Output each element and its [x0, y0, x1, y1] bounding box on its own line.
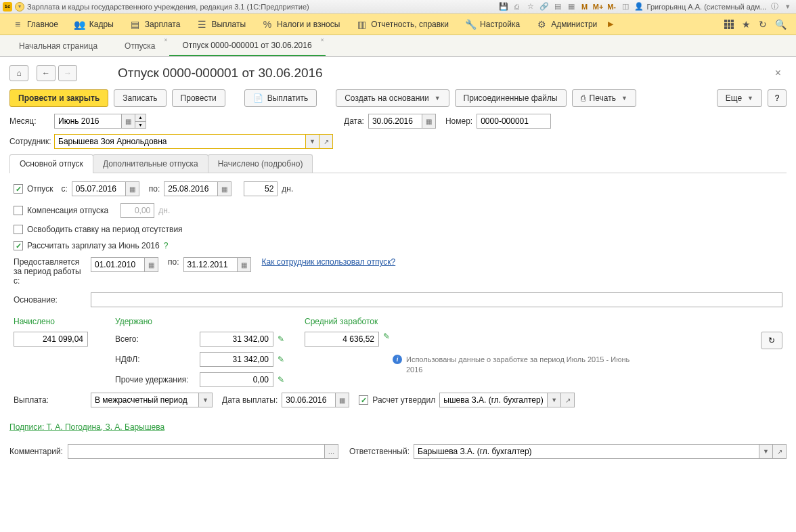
ndfl-value[interactable]: 31 342,00: [200, 352, 273, 367]
menu-payments[interactable]: ☰Выплаты: [188, 14, 254, 35]
employee-input[interactable]: [54, 134, 306, 149]
vacation-checkbox[interactable]: [14, 184, 23, 194]
subtab-main-vacation[interactable]: Основной отпуск: [9, 154, 93, 173]
date-input[interactable]: [368, 114, 422, 129]
chevron-down-icon[interactable]: ▼: [548, 393, 561, 407]
approver-input[interactable]: [439, 393, 548, 407]
apps-grid-icon[interactable]: [724, 20, 734, 29]
free-rate-checkbox[interactable]: [14, 225, 23, 234]
days-input[interactable]: 52: [244, 181, 278, 196]
responsible-input[interactable]: [414, 444, 759, 459]
approved-checkbox[interactable]: [359, 395, 368, 405]
basis-input[interactable]: [91, 292, 782, 307]
menu-settings[interactable]: 🔧Настройка: [457, 14, 528, 35]
signatures-link[interactable]: Подписи: Т. А. Погодина, З. А. Барышева: [9, 418, 787, 440]
chevron-down-icon[interactable]: ▼: [759, 444, 773, 459]
tab-vacations[interactable]: Отпуска×: [111, 35, 169, 56]
panel-icon[interactable]: ◫: [620, 1, 631, 12]
calc-icon[interactable]: ▤: [552, 1, 563, 12]
save-icon[interactable]: 💾: [498, 1, 509, 12]
help-button[interactable]: ?: [768, 89, 787, 107]
nav-fwd-button[interactable]: →: [58, 65, 77, 81]
star-icon[interactable]: ☆: [525, 1, 536, 12]
open-ref-icon[interactable]: ↗: [773, 444, 787, 459]
number-input[interactable]: [477, 114, 551, 129]
close-tab-icon[interactable]: ×: [320, 37, 324, 43]
comment-expand-icon[interactable]: …: [325, 444, 338, 459]
link-icon[interactable]: 🔗: [539, 1, 550, 12]
m-minus-icon[interactable]: M-: [606, 1, 617, 12]
favorite-icon[interactable]: ★: [742, 19, 751, 30]
print-icon[interactable]: ⎙: [512, 1, 523, 12]
avg-earn-value[interactable]: 4 636,52: [305, 332, 379, 347]
edit-pencil-icon[interactable]: ✎: [278, 334, 284, 344]
paydate-input[interactable]: [282, 393, 336, 407]
edit-pencil-icon[interactable]: ✎: [278, 375, 284, 384]
history-icon[interactable]: ↻: [759, 19, 767, 30]
user-icon[interactable]: 👤: [634, 1, 644, 12]
tab-start[interactable]: Начальная страница: [5, 35, 111, 56]
menu-main[interactable]: ≡Главное: [4, 14, 66, 35]
menu-more-arrow-icon[interactable]: ▶: [605, 20, 616, 28]
subtab-additional[interactable]: Дополнительные отпуска: [93, 154, 208, 173]
other-withheld-value[interactable]: 0,00: [200, 372, 273, 387]
calendar-icon[interactable]: ▦: [238, 257, 251, 272]
employee-dropdown-icon[interactable]: ▼: [306, 134, 319, 149]
pay-button[interactable]: 📄Выплатить: [244, 89, 317, 107]
how-used-link[interactable]: Как сотрудник использовал отпуск?: [262, 257, 396, 267]
month-input[interactable]: [54, 114, 122, 129]
accrued-value[interactable]: 241 099,04: [14, 332, 88, 347]
m-icon[interactable]: M: [579, 1, 590, 12]
period-from-input[interactable]: [91, 257, 145, 272]
nav-back-button[interactable]: ←: [37, 65, 56, 81]
withheld-total-value[interactable]: 31 342,00: [200, 332, 273, 347]
period-to-input[interactable]: [183, 257, 238, 272]
m-plus-icon[interactable]: M+: [593, 1, 604, 12]
comment-input[interactable]: [68, 444, 325, 459]
home-button[interactable]: ⌂: [9, 65, 28, 81]
dropdown-icon[interactable]: ▾: [782, 1, 793, 12]
menu-reports[interactable]: ▥Отчетность, справки: [348, 14, 457, 35]
compensation-days-input[interactable]: 0,00: [120, 203, 154, 218]
search-icon[interactable]: 🔍: [775, 19, 787, 30]
refresh-button[interactable]: ↻: [761, 332, 782, 349]
post-button[interactable]: Провести: [172, 89, 225, 107]
attached-files-button[interactable]: Присоединенные файлы: [455, 89, 567, 107]
calendar-icon[interactable]: ▦: [145, 257, 158, 272]
edit-pencil-icon[interactable]: ✎: [383, 332, 390, 341]
month-picker-icon[interactable]: ▦: [122, 114, 135, 129]
calc-salary-checkbox[interactable]: [14, 241, 23, 250]
close-page-icon[interactable]: ×: [775, 67, 781, 79]
compensation-checkbox[interactable]: [14, 206, 23, 215]
calendar-icon[interactable]: ▦: [566, 1, 577, 12]
edit-pencil-icon[interactable]: ✎: [278, 355, 284, 364]
calendar-icon[interactable]: ▦: [126, 181, 139, 196]
menu-taxes[interactable]: %Налоги и взносы: [254, 14, 348, 35]
back-circle-icon[interactable]: ▾: [15, 2, 24, 12]
more-button[interactable]: Еще▼: [717, 89, 762, 107]
info-icon[interactable]: ⓘ: [769, 1, 780, 12]
chevron-down-icon[interactable]: ▼: [199, 393, 213, 407]
calendar-icon[interactable]: ▦: [336, 393, 349, 407]
open-ref-icon[interactable]: ↗: [561, 393, 575, 407]
create-based-button[interactable]: Создать на основании▼: [336, 89, 449, 107]
subtab-accrued-detail[interactable]: Начислено (подробно): [208, 154, 313, 173]
vacation-from-input[interactable]: [72, 181, 126, 196]
print-button[interactable]: ⎙Печать▼: [572, 89, 636, 107]
compensation-days-label: дн.: [158, 206, 170, 215]
write-button[interactable]: Записать: [114, 89, 166, 107]
payout-type-input[interactable]: [91, 393, 199, 407]
menu-salary[interactable]: ▤Зарплата: [122, 14, 189, 35]
avg-info-text: Использованы данные о заработке за перио…: [406, 355, 636, 376]
menu-admin[interactable]: ⚙Администри: [528, 14, 605, 35]
vacation-to-input[interactable]: [164, 181, 218, 196]
date-picker-icon[interactable]: ▦: [422, 114, 436, 129]
close-tab-icon[interactable]: ×: [164, 37, 167, 43]
month-spinner[interactable]: ▲▼: [135, 114, 146, 129]
employee-open-icon[interactable]: ↗: [319, 134, 333, 149]
menu-staff[interactable]: 👥Кадры: [66, 14, 122, 35]
post-and-close-button[interactable]: Провести и закрыть: [9, 89, 108, 107]
help-hint-icon[interactable]: ?: [164, 241, 169, 250]
tab-vacation-doc[interactable]: Отпуск 0000-000001 от 30.06.2016×: [169, 35, 326, 56]
calendar-icon[interactable]: ▦: [218, 181, 231, 196]
